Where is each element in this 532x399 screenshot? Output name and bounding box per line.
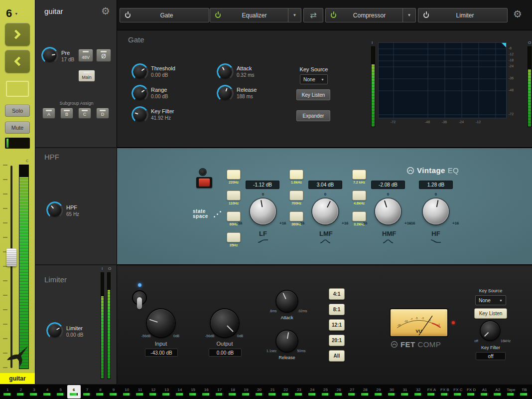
- main-assign-button[interactable]: Main: [78, 70, 95, 82]
- bottom-channel-2[interactable]: 2: [14, 385, 28, 399]
- bottom-channel-fx-c[interactable]: FX C: [451, 385, 465, 399]
- limiter-knob[interactable]: [48, 324, 61, 337]
- channel-settings-gear-icon[interactable]: ⚙: [101, 6, 110, 16]
- gate-key-filter-knob[interactable]: [133, 108, 146, 121]
- bottom-channel-28[interactable]: 28: [359, 385, 372, 399]
- bottom-channel-fx-d[interactable]: FX D: [465, 385, 478, 399]
- swap-order-button[interactable]: ⇄: [303, 8, 323, 22]
- eq-hmf-freq-button-3k2[interactable]: [352, 211, 366, 221]
- subgroup-a-button[interactable]: A: [42, 108, 55, 119]
- compressor-dropdown[interactable]: ▼: [402, 8, 415, 22]
- compressor-power-icon[interactable]: [331, 12, 336, 18]
- chain-gear-icon[interactable]: ⚙: [513, 9, 522, 19]
- tab-compressor[interactable]: Compressor ▼: [325, 8, 416, 22]
- comp-key-listen-button[interactable]: Key Listen: [474, 308, 507, 319]
- gate-key-listen-button[interactable]: Key Listen: [296, 89, 330, 100]
- bottom-channel-7[interactable]: 7: [81, 385, 94, 399]
- bottom-channel-a1[interactable]: A1: [478, 385, 491, 399]
- bottom-channel-11[interactable]: 11: [133, 385, 147, 399]
- subgroup-d-button[interactable]: D: [96, 108, 109, 119]
- bottom-channel-25[interactable]: 25: [319, 385, 332, 399]
- bottom-channel-fx-b[interactable]: FX B: [438, 385, 452, 399]
- bottom-channel-12[interactable]: 12: [147, 385, 160, 399]
- comp-output-knob[interactable]: [211, 309, 239, 337]
- eq-lf-freq-button-60[interactable]: [227, 211, 241, 221]
- bottom-channel-8[interactable]: 8: [94, 385, 107, 399]
- bottom-channel-1[interactable]: 1: [1, 385, 14, 399]
- bottom-channel-20[interactable]: 20: [253, 385, 266, 399]
- eq-hf-gain-knob[interactable]: [423, 199, 449, 224]
- bottom-channel-24[interactable]: 24: [306, 385, 319, 399]
- bottom-channel-23[interactable]: 23: [292, 385, 306, 399]
- eq-lmf-freq-button-700[interactable]: [289, 191, 303, 200]
- channel-fader[interactable]: [6, 248, 16, 266]
- ratio-4-1-button[interactable]: 4:1: [329, 288, 345, 300]
- channel-number-selector[interactable]: 6 ▼: [6, 7, 18, 20]
- limiter-power-icon[interactable]: [423, 12, 429, 18]
- comp-input-knob[interactable]: [147, 309, 175, 337]
- tab-limiter[interactable]: Limiter: [418, 8, 508, 22]
- ratio-all-button[interactable]: All: [329, 350, 345, 362]
- subgroup-b-button[interactable]: B: [60, 108, 73, 119]
- comp-release-knob[interactable]: [276, 331, 297, 352]
- pre-gain-knob[interactable]: [43, 49, 56, 62]
- gate-expander-button[interactable]: Expander: [296, 110, 330, 121]
- bottom-channel-31[interactable]: 31: [399, 385, 412, 399]
- ratio-20-1-button[interactable]: 20:1: [329, 335, 345, 346]
- bottom-channel-a2[interactable]: A2: [491, 385, 505, 399]
- bottom-channel-30[interactable]: 30: [385, 385, 399, 399]
- mute-button[interactable]: Mute: [5, 122, 30, 134]
- channel-name[interactable]: guitar: [0, 373, 35, 384]
- bottom-channel-27[interactable]: 27: [345, 385, 359, 399]
- ratio-8-1-button[interactable]: 8:1: [329, 304, 345, 315]
- eq-hmf-gain-knob[interactable]: [375, 199, 401, 224]
- comp-key-source-select[interactable]: None ▼: [475, 295, 506, 305]
- bottom-channel-19[interactable]: 19: [240, 385, 253, 399]
- eq-lf-freq-button-110[interactable]: [227, 191, 241, 200]
- equalizer-dropdown[interactable]: ▼: [288, 8, 301, 22]
- gate-range-knob[interactable]: [133, 87, 146, 100]
- gate-graph-plot[interactable]: [378, 42, 507, 118]
- equalizer-power-icon[interactable]: [215, 12, 221, 18]
- comp-key-filter-knob[interactable]: [481, 321, 500, 340]
- gate-key-source-select[interactable]: None ▼: [300, 74, 328, 84]
- solo-button[interactable]: Solo: [5, 105, 30, 117]
- bottom-channel-3[interactable]: 3: [27, 385, 41, 399]
- tab-gate[interactable]: Gate: [120, 8, 209, 22]
- bottom-channel-22[interactable]: 22: [279, 385, 292, 399]
- tab-equalizer[interactable]: Equalizer ▼: [210, 8, 301, 22]
- eq-lmf-gain-knob[interactable]: [312, 199, 338, 224]
- bottom-channel-32[interactable]: 32: [411, 385, 425, 399]
- bottom-channel-13[interactable]: 13: [160, 385, 173, 399]
- comp-attack-knob[interactable]: [276, 291, 297, 312]
- phantom-48v-button[interactable]: 48V: [78, 49, 93, 62]
- eq-lf-freq-button-220[interactable]: [227, 170, 241, 180]
- channel-display-box[interactable]: [6, 81, 29, 97]
- bottom-channel-tape[interactable]: Tape: [505, 385, 518, 399]
- bottom-channel-4[interactable]: 4: [41, 385, 54, 399]
- subgroup-c-button[interactable]: C: [78, 108, 91, 119]
- bottom-channel-10[interactable]: 10: [120, 385, 133, 399]
- gate-threshold-knob[interactable]: [133, 65, 146, 78]
- gate-release-knob[interactable]: [219, 87, 232, 100]
- bottom-channel-26[interactable]: 26: [332, 385, 346, 399]
- next-channel-button[interactable]: [5, 23, 30, 46]
- gate-power-icon[interactable]: [125, 12, 131, 18]
- bottom-channel-fx-a[interactable]: FX A: [425, 385, 438, 399]
- graph-marker-icon[interactable]: [502, 43, 506, 47]
- bottom-channel-14[interactable]: 14: [173, 385, 187, 399]
- hpf-knob[interactable]: [48, 203, 61, 216]
- gate-attack-knob[interactable]: [219, 65, 232, 78]
- eq-lf-freq-button-35[interactable]: [227, 232, 241, 242]
- eq-lmf-freq-button-1k6[interactable]: [289, 170, 303, 180]
- bottom-channel-15[interactable]: 15: [186, 385, 200, 399]
- bottom-channel-6[interactable]: 6: [67, 385, 81, 399]
- polarity-button[interactable]: Ø: [96, 49, 111, 62]
- bottom-channel-tb[interactable]: TB: [518, 385, 531, 399]
- eq-hmf-freq-button-7k2[interactable]: [352, 170, 366, 180]
- bottom-channel-16[interactable]: 16: [200, 385, 213, 399]
- bottom-channel-9[interactable]: 9: [107, 385, 121, 399]
- eq-hmf-freq-button-4k8[interactable]: [352, 191, 366, 200]
- eq-lmf-freq-button-360[interactable]: [289, 211, 303, 221]
- prev-channel-button[interactable]: [5, 50, 30, 73]
